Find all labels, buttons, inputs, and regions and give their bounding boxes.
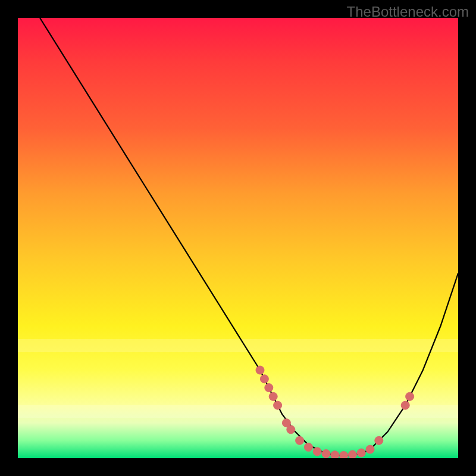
bottleneck-curve bbox=[40, 18, 458, 456]
data-marker bbox=[366, 445, 374, 453]
data-marker bbox=[322, 450, 330, 458]
data-marker bbox=[348, 450, 356, 458]
data-marker bbox=[406, 392, 414, 400]
marker-group bbox=[256, 366, 414, 458]
data-marker bbox=[304, 443, 312, 452]
attribution-text: TheBottleneck.com bbox=[347, 4, 469, 20]
data-marker bbox=[269, 392, 277, 400]
data-marker bbox=[313, 447, 321, 456]
data-marker bbox=[274, 401, 282, 409]
data-marker bbox=[265, 384, 273, 392]
data-marker bbox=[287, 425, 295, 434]
data-marker bbox=[375, 436, 383, 444]
data-marker bbox=[331, 451, 339, 458]
data-marker bbox=[401, 401, 409, 409]
data-marker bbox=[357, 449, 365, 457]
data-marker bbox=[340, 452, 348, 458]
data-marker bbox=[296, 436, 304, 444]
data-marker bbox=[260, 375, 268, 383]
plot-area bbox=[18, 18, 458, 458]
chart-svg bbox=[18, 18, 458, 458]
data-marker bbox=[256, 366, 264, 374]
